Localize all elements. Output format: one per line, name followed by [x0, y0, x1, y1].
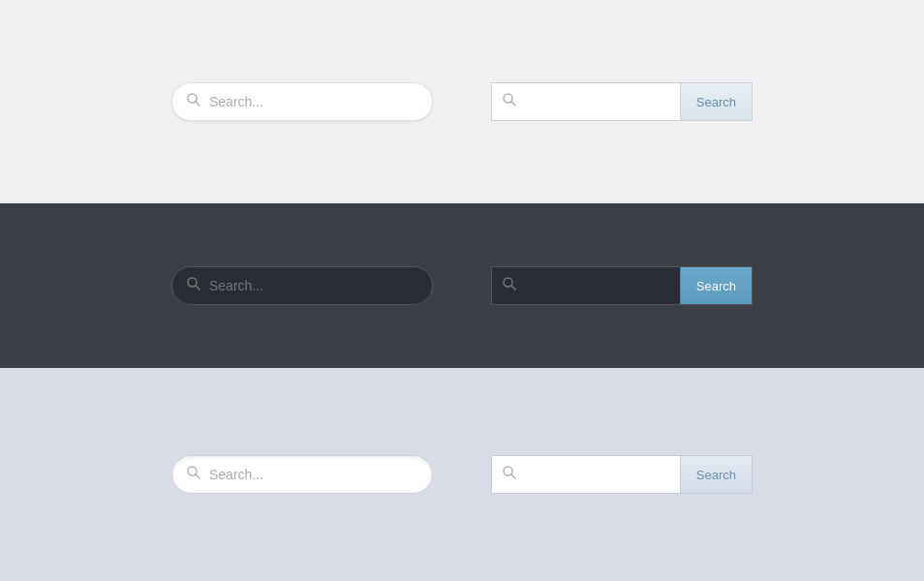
search-icon-btn-bluegray: [502, 465, 517, 484]
svg-line-1: [196, 102, 200, 106]
section-light: Search: [0, 0, 924, 203]
button-search-light: Search: [491, 82, 753, 121]
section-dark: Search: [0, 203, 924, 368]
search-icon-btn-light: [502, 92, 517, 111]
search-field-light: [492, 83, 680, 120]
svg-line-5: [196, 286, 200, 290]
search-icon-bluegray: [186, 465, 201, 484]
search-icon-btn-dark: [502, 276, 517, 295]
search-button-dark[interactable]: Search: [680, 267, 752, 304]
rounded-search-bluegray: [171, 455, 433, 494]
search-field-bluegray: [492, 456, 680, 493]
button-search-dark: Search: [491, 266, 753, 305]
button-search-bluegray: Search: [491, 455, 753, 494]
rounded-search-light: [171, 82, 433, 121]
search-icon-light: [186, 92, 201, 111]
svg-line-11: [511, 474, 515, 478]
button-search-input-bluegray[interactable]: [525, 467, 670, 482]
search-field-dark: [492, 267, 680, 304]
button-search-input-light[interactable]: [525, 94, 670, 109]
search-button-light[interactable]: Search: [680, 83, 752, 120]
svg-line-7: [511, 286, 515, 290]
rounded-search-input-light[interactable]: [209, 94, 418, 109]
svg-line-3: [511, 102, 515, 106]
section-bluegray: Search: [0, 368, 924, 581]
button-search-input-dark[interactable]: [525, 278, 670, 293]
search-icon-dark: [186, 276, 201, 295]
svg-line-9: [196, 474, 200, 478]
search-button-bluegray[interactable]: Search: [680, 456, 752, 493]
rounded-search-input-bluegray[interactable]: [209, 467, 418, 482]
rounded-search-dark: [171, 266, 433, 305]
rounded-search-input-dark[interactable]: [209, 278, 418, 293]
